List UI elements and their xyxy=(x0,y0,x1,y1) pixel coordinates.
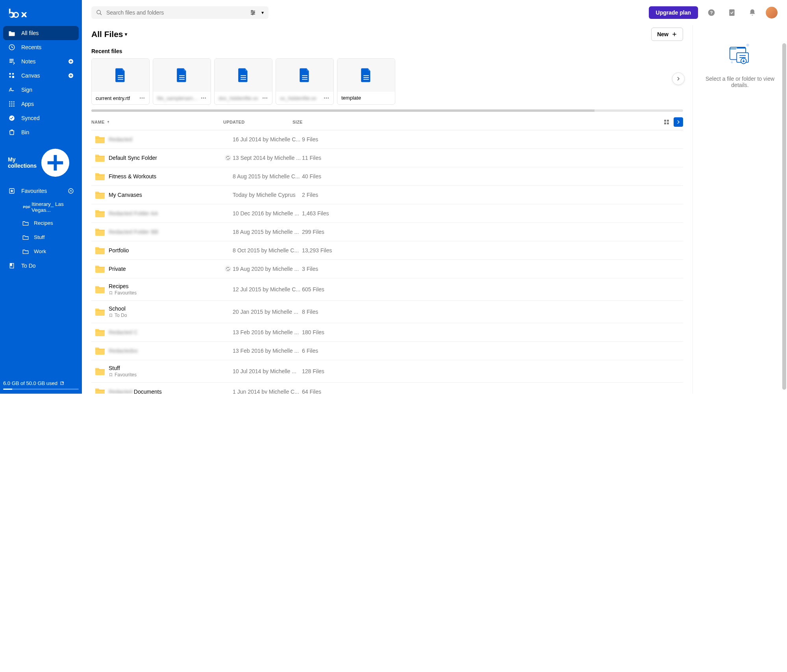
main: ▾ Upgrade plan ? All Files ▾ New Recent … xyxy=(82,0,787,394)
row-updated: 10 Dec 2016 by Michelle ... xyxy=(233,210,302,217)
help-icon[interactable]: ? xyxy=(704,6,718,20)
sign-icon xyxy=(8,86,16,94)
recent-row: current entry.rtf file_samplename.xx doc… xyxy=(91,58,683,105)
check-circle-icon xyxy=(8,114,16,122)
storage-usage[interactable]: 6.0 GB of 50.0 GB used xyxy=(0,376,82,394)
filter-icon[interactable] xyxy=(250,9,257,16)
sidebar-item-favourites[interactable]: Favourites xyxy=(0,184,82,198)
folder-icon xyxy=(91,154,109,162)
recent-card[interactable]: file_samplename.xx xyxy=(153,58,211,105)
more-icon[interactable] xyxy=(200,95,207,101)
table-header: NAME UPDATED SIZE xyxy=(91,114,683,130)
new-button[interactable]: New xyxy=(651,28,683,41)
more-icon[interactable] xyxy=(323,95,330,101)
col-size[interactable]: SIZE xyxy=(293,120,332,124)
table-row[interactable]: Redacted C 13 Feb 2016 by Michelle ... 1… xyxy=(91,323,683,342)
chevron-down-icon[interactable]: ▾ xyxy=(261,10,264,15)
svg-rect-28 xyxy=(729,9,734,16)
row-updated: 20 Jan 2015 by Michelle ... xyxy=(233,309,302,315)
table-row[interactable]: My Canvases Today by Michelle Cyprus 2 F… xyxy=(91,186,683,204)
search-box[interactable]: ▾ xyxy=(91,6,269,19)
folder-icon xyxy=(91,328,109,337)
row-tag: Favourites xyxy=(109,372,223,378)
recent-next-button[interactable] xyxy=(672,72,685,85)
search-input[interactable] xyxy=(106,9,246,16)
table-row[interactable]: Default Sync Folder 13 Sept 2014 by Mich… xyxy=(91,149,683,167)
table-row[interactable]: Redacted 16 Jul 2014 by Michelle C... 9 … xyxy=(91,130,683,149)
more-icon[interactable] xyxy=(139,95,145,101)
recent-card[interactable]: template xyxy=(337,58,395,105)
sidebar-item-todo[interactable]: To Do xyxy=(0,259,82,273)
external-link-icon xyxy=(60,381,65,386)
folder-icon xyxy=(91,246,109,255)
grid-view-button[interactable] xyxy=(662,117,671,127)
sidebar-item-all-files[interactable]: All files xyxy=(3,26,79,40)
fav-item[interactable]: PDFItinerary_ Las Vegas... xyxy=(14,198,82,216)
table-row[interactable]: Redacted Folder BB 18 Aug 2015 by Michel… xyxy=(91,223,683,241)
recent-scrollbar[interactable] xyxy=(91,109,683,112)
recent-card[interactable]: xx_hiddenfile.xx xyxy=(276,58,334,105)
recent-card[interactable]: doc_hiddenfile.xx xyxy=(214,58,272,105)
table-row[interactable]: Portfolio 8 Oct 2015 by Michelle C... 13… xyxy=(91,241,683,260)
file-icon xyxy=(337,59,395,92)
fav-item[interactable]: Work xyxy=(14,244,82,259)
row-updated: 13 Feb 2016 by Michelle ... xyxy=(233,329,302,335)
svg-point-3 xyxy=(12,73,14,75)
upgrade-button[interactable]: Upgrade plan xyxy=(649,6,698,19)
row-size: 11 Files xyxy=(302,155,349,161)
file-table: Redacted 16 Jul 2014 by Michelle C... 9 … xyxy=(91,130,683,394)
col-updated[interactable]: UPDATED xyxy=(223,120,293,124)
row-size: 3 Files xyxy=(302,266,349,272)
star-icon xyxy=(8,187,16,195)
brand-logo[interactable] xyxy=(0,5,82,26)
col-name[interactable]: NAME xyxy=(91,120,223,124)
table-row[interactable]: Recipes Favourites 12 Jul 2015 by Michel… xyxy=(91,278,683,301)
row-updated: 13 Sept 2014 by Michelle ... xyxy=(233,155,302,161)
page-title[interactable]: All Files ▾ xyxy=(91,30,127,39)
sidebar-item-notes[interactable]: Notes xyxy=(0,54,82,68)
plus-circle-icon[interactable] xyxy=(37,144,74,181)
svg-rect-43 xyxy=(664,122,666,124)
table-row[interactable]: School To Do 20 Jan 2015 by Michelle ...… xyxy=(91,301,683,323)
sidebar-item-synced[interactable]: Synced xyxy=(0,111,82,125)
svg-point-14 xyxy=(11,106,13,107)
avatar[interactable] xyxy=(766,7,778,19)
row-size: 605 Files xyxy=(302,286,349,292)
table-row[interactable]: Redacted Folder AA 10 Dec 2016 by Michel… xyxy=(91,204,683,223)
vertical-scrollbar[interactable] xyxy=(782,43,786,390)
my-collections-header[interactable]: My collections xyxy=(0,139,82,184)
fav-item[interactable]: Recipes xyxy=(14,216,82,230)
plus-circle-icon[interactable] xyxy=(68,72,74,79)
row-name: Recipes Favourites xyxy=(109,283,223,296)
sidebar-item-apps[interactable]: Apps xyxy=(0,97,82,111)
folder-icon xyxy=(91,285,109,294)
row-updated: 19 Aug 2020 by Michelle ... xyxy=(233,266,302,272)
bell-icon[interactable] xyxy=(745,6,759,20)
table-row[interactable]: Redacted Documents 1 Jun 2014 by Michell… xyxy=(91,383,683,394)
plus-circle-icon[interactable] xyxy=(68,58,74,65)
recent-card[interactable]: current entry.rtf xyxy=(91,58,150,105)
table-row[interactable]: Private 19 Aug 2020 by Michelle ... 3 Fi… xyxy=(91,260,683,278)
table-row[interactable]: Redactedxx 13 Feb 2016 by Michelle ... 6… xyxy=(91,342,683,360)
svg-rect-41 xyxy=(664,120,666,122)
sidebar-item-bin[interactable]: Bin xyxy=(0,125,82,139)
recent-filename: file_samplename.xx xyxy=(157,95,199,101)
row-size: 8 Files xyxy=(302,309,349,315)
row-updated: 18 Aug 2015 by Michelle ... xyxy=(233,229,302,235)
sidebar-item-label: Sign xyxy=(21,87,74,93)
more-icon[interactable] xyxy=(262,95,268,101)
sidebar-item-canvas[interactable]: Canvas xyxy=(0,68,82,83)
tasks-icon[interactable] xyxy=(725,6,739,20)
expand-view-button[interactable] xyxy=(674,117,683,127)
folder-icon xyxy=(91,209,109,218)
sidebar-item-sign[interactable]: Sign xyxy=(0,83,82,97)
fav-item[interactable]: Stuff xyxy=(14,230,82,244)
chevron-up-icon[interactable] xyxy=(68,188,74,194)
canvas-icon xyxy=(8,72,16,80)
row-name: School To Do xyxy=(109,305,223,318)
recent-filename: template xyxy=(341,95,391,101)
table-row[interactable]: Fitness & Workouts 8 Aug 2015 by Michell… xyxy=(91,167,683,186)
table-row[interactable]: Stuff Favourites 10 Jul 2014 by Michelle… xyxy=(91,360,683,383)
folder-icon xyxy=(91,228,109,236)
sidebar-item-recents[interactable]: Recents xyxy=(0,40,82,54)
